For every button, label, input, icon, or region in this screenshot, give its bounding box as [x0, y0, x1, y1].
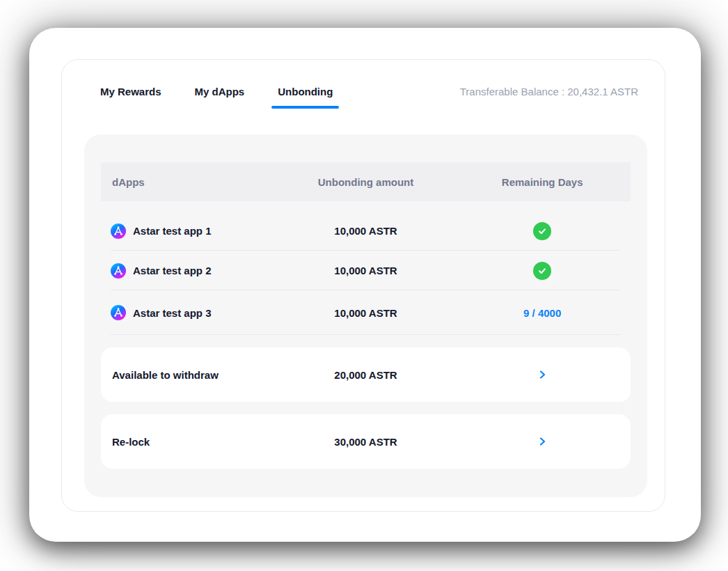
re-lock-card[interactable]: Re-lock 30,000 ASTR [101, 414, 631, 469]
dapp-name: Astar test app 1 [133, 225, 212, 237]
header-dapps: dApps [101, 176, 278, 188]
available-to-withdraw-card[interactable]: Available to withdraw 20,000 ASTR [101, 347, 631, 402]
chevron-right-icon[interactable] [454, 437, 631, 446]
dapp-name: Astar test app 3 [133, 307, 212, 319]
app-window: My Rewards My dApps Unbonding Transferab… [29, 28, 701, 542]
staking-card: My Rewards My dApps Unbonding Transferab… [61, 59, 665, 512]
unbonding-amount: 10,000 ASTR [278, 265, 454, 276]
tab-my-rewards[interactable]: My Rewards [100, 85, 161, 99]
check-circle-icon [533, 222, 551, 240]
dapp-cell: Astar test app 1 [101, 224, 278, 239]
status-cell [454, 262, 631, 280]
dapp-cell: Astar test app 3 [101, 305, 278, 320]
header-remaining-days: Remaining Days [454, 176, 631, 188]
table-row: Astar test app 2 10,000 ASTR [101, 251, 631, 290]
tab-bar: My Rewards My dApps Unbonding [100, 85, 333, 99]
status-cell: 9 / 4000 [454, 307, 631, 319]
status-cell [454, 222, 631, 240]
astar-logo-icon [111, 263, 126, 279]
unbonding-amount: 10,000 ASTR [278, 307, 454, 319]
table-row: Astar test app 3 10,000 ASTR 9 / 4000 [101, 290, 631, 335]
check-circle-icon [533, 262, 551, 280]
action-amount: 30,000 ASTR [278, 436, 454, 448]
action-label: Available to withdraw [101, 369, 278, 381]
table-row: Astar test app 1 10,000 ASTR [101, 211, 631, 251]
astar-logo-icon [111, 224, 126, 239]
action-amount: 20,000 ASTR [278, 369, 454, 381]
table-header: dApps Unbonding amount Remaining Days [101, 162, 631, 201]
unbonding-panel: dApps Unbonding amount Remaining Days As… [84, 134, 647, 497]
header-unbonding-amount: Unbonding amount [278, 176, 454, 188]
remaining-days-progress: 9 / 4000 [523, 307, 561, 319]
tab-my-dapps[interactable]: My dApps [195, 85, 245, 99]
dapp-name: Astar test app 2 [133, 265, 212, 276]
page: My Rewards My dApps Unbonding Transferab… [0, 0, 728, 571]
unbonding-amount: 10,000 ASTR [278, 225, 454, 237]
transferable-balance: Transferable Balance : 20,432.1 ASTR [460, 85, 638, 99]
chevron-right-icon[interactable] [454, 370, 631, 380]
astar-logo-icon [111, 305, 126, 320]
tabs-row: My Rewards My dApps Unbonding Transferab… [62, 60, 665, 99]
action-label: Re-lock [101, 436, 278, 448]
dapp-cell: Astar test app 2 [101, 263, 278, 279]
table-body: Astar test app 1 10,000 ASTR [101, 201, 631, 335]
tab-unbonding[interactable]: Unbonding [278, 85, 333, 99]
